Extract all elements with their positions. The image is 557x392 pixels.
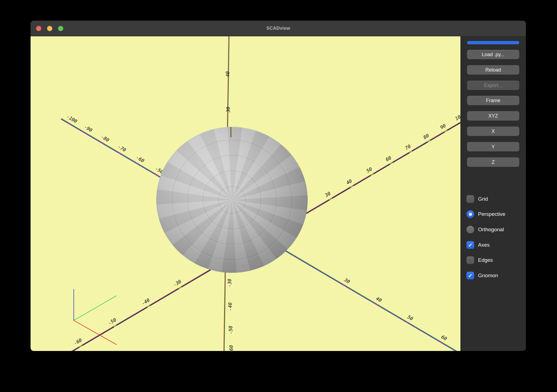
axis-tick-label: -50: [228, 326, 234, 334]
axis-tick-label: 30: [340, 275, 354, 286]
x-button[interactable]: X: [467, 127, 519, 136]
sidebar: Load .py...ReloadExport...FrameXYZXYZGri…: [460, 36, 526, 351]
axis-vertical-stub: [230, 127, 231, 137]
export-button[interactable]: Export...: [467, 81, 519, 90]
axis-tick: [178, 286, 182, 289]
axes-checkbox-row: ✓Axes: [466, 241, 490, 249]
radio-dot: [469, 213, 472, 216]
viewport[interactable]: -100-90-80-70-60-50-40-303040506070-60-5…: [31, 36, 460, 351]
axis-tick: [343, 284, 346, 287]
axis-tick: [101, 142, 104, 145]
axis-tick-label: 30: [321, 189, 334, 200]
axis-tick-label: -70: [115, 143, 129, 154]
axis-tick-label: 30: [225, 107, 231, 113]
axis-tick: [406, 321, 409, 324]
axis-tick: [375, 303, 378, 306]
perspective-radio-label: Perspective: [478, 211, 505, 217]
load-py-button[interactable]: Load .py...: [467, 50, 519, 59]
axis-tick-label: -40: [227, 302, 233, 311]
app-window: SCADview -100-90-80-70-60-50-40-30304050…: [31, 21, 526, 351]
check-icon: ✓: [468, 243, 473, 248]
axis-tick-label: -60: [133, 154, 147, 165]
gnomon-checkbox-row: ✓Gnomon: [466, 272, 498, 279]
gnomon-y-arm: [74, 295, 117, 321]
sphere-model: [156, 127, 308, 273]
axes-checkbox[interactable]: ✓: [466, 241, 474, 249]
traffic-lights: [36, 21, 63, 36]
axis-tick-label: 80: [419, 131, 433, 142]
axis-tick: [350, 185, 354, 188]
axis-tick: [409, 150, 412, 153]
grid-checkbox[interactable]: [466, 195, 474, 203]
axis-tick-label: -40: [139, 296, 152, 307]
window-title: SCADview: [266, 26, 290, 31]
axis-tick-label: 100: [452, 111, 460, 122]
z-button[interactable]: Z: [467, 157, 519, 167]
axis-tick: [370, 173, 374, 176]
edges-checkbox-label: Edges: [478, 257, 493, 263]
axis-tick-label: 70: [401, 142, 414, 153]
axis-tick: [329, 198, 332, 200]
check-icon: ✓: [468, 273, 473, 278]
axis-tick-label: -80: [99, 133, 112, 144]
axis-tick: [136, 162, 139, 165]
axis-tick-label: 60: [382, 153, 395, 164]
sphere-facet-rings: [156, 127, 308, 273]
axis-tick-label: -50: [106, 316, 119, 327]
xyz-button[interactable]: XYZ: [467, 111, 519, 121]
axis-tick-label: -60: [228, 345, 234, 351]
edges-checkbox-row: Edges: [466, 256, 493, 264]
y-button[interactable]: Y: [467, 142, 519, 151]
progress-bar: [467, 41, 519, 44]
gnomon-z-arm: [73, 289, 74, 320]
axis-tick: [444, 130, 447, 132]
axis-tick-label: -30: [171, 278, 184, 289]
orthogonal-radio[interactable]: [466, 226, 474, 233]
minimize-button[interactable]: [47, 26, 52, 31]
zoom-button[interactable]: [58, 26, 63, 31]
orthogonal-radio-row: Orthogonal: [466, 226, 504, 233]
grid-checkbox-label: Grid: [478, 196, 488, 202]
axis-tick-label: -30: [227, 279, 233, 287]
axis-tick-label: 40: [372, 294, 386, 305]
gnomon-checkbox-label: Gnomon: [478, 273, 498, 279]
orthogonal-radio-label: Orthogonal: [478, 227, 504, 233]
close-button[interactable]: [36, 26, 41, 31]
axis-tick: [440, 341, 443, 344]
axis-tick: [84, 132, 87, 135]
edges-checkbox[interactable]: [466, 256, 474, 264]
gnomon-checkbox[interactable]: ✓: [466, 272, 474, 279]
axis-tick-label: -60: [71, 336, 84, 347]
axis-tick: [427, 140, 431, 142]
axis-tick: [390, 162, 393, 165]
perspective-radio-row: Perspective: [466, 210, 505, 218]
axis-tick: [113, 325, 117, 327]
grid-checkbox-row: Grid: [466, 195, 488, 203]
axis-tick-label: -90: [82, 123, 95, 134]
axis-tick: [79, 345, 82, 348]
axis-tick: [155, 174, 158, 176]
title-bar[interactable]: SCADview: [31, 21, 526, 36]
axis-tick-label: 90: [436, 121, 450, 132]
window-content: -100-90-80-70-60-50-40-303040506070-60-5…: [31, 36, 526, 351]
axis-tick-label: -100: [65, 113, 78, 124]
axis-tick-label: 40: [342, 176, 356, 187]
axis-tick: [147, 305, 150, 308]
axes-checkbox-label: Axes: [478, 242, 490, 248]
axis-tick: [68, 122, 71, 125]
axis-tick: [118, 152, 121, 154]
frame-button[interactable]: Frame: [467, 96, 519, 105]
axis-tick-label: 60: [438, 332, 451, 343]
axis-tick-label: 50: [403, 312, 417, 323]
axis-tick-label: 40: [225, 71, 230, 77]
perspective-radio[interactable]: [466, 210, 474, 218]
reload-button[interactable]: Reload: [467, 65, 519, 75]
axis-tick-label: 50: [363, 165, 376, 176]
